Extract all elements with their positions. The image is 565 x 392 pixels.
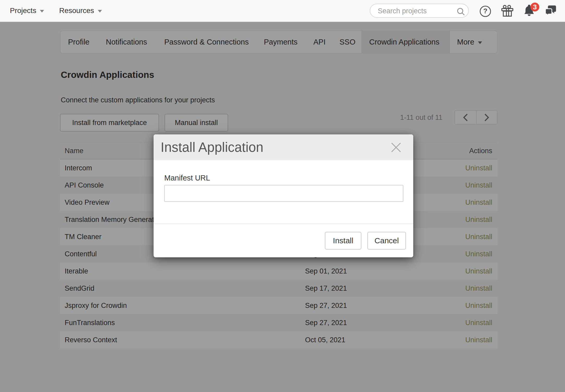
svg-text:3: 3 [533,3,537,11]
